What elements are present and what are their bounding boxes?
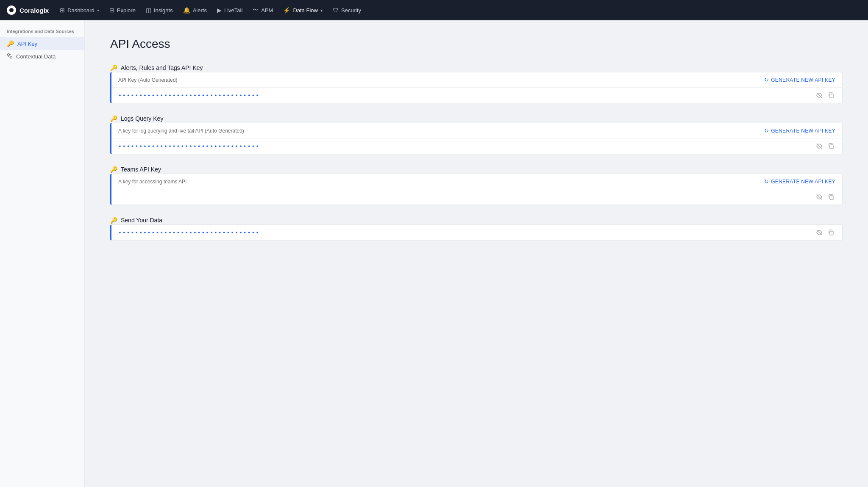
copy-btn-alerts-rules-tags[interactable] <box>827 91 835 100</box>
card-label-logs-query: A key for log querying and live tail API… <box>118 128 244 134</box>
nav-item-dataflow[interactable]: ⚡ Data Flow ▾ <box>279 4 327 16</box>
section-title-logs-query: Logs Query Key <box>121 115 163 122</box>
api-card-alerts-rules-tags: API Key (Auto Generated) ↻ GENERATE NEW … <box>110 72 843 103</box>
section-teams-api: 🔑 Teams API Key A key for accessing team… <box>110 166 843 205</box>
copy-btn-logs-query[interactable] <box>827 142 835 150</box>
copy-icon-logs <box>828 143 835 149</box>
copy-btn-send-your-data[interactable] <box>827 228 835 237</box>
card-label-teams-api: A key for accessing teams API <box>118 179 186 185</box>
eye-btn-alerts-rules-tags[interactable] <box>815 91 823 100</box>
copy-icon-send <box>828 229 835 236</box>
eye-off-icon <box>816 92 823 99</box>
logo-circle <box>7 6 16 15</box>
contextual-data-icon <box>7 53 13 60</box>
eye-off-icon-logs <box>816 143 823 149</box>
logo[interactable]: Coralogix <box>7 6 49 15</box>
svg-rect-7 <box>830 196 833 199</box>
nav-label-dashboard: Dashboard <box>67 7 95 14</box>
svg-point-1 <box>10 56 12 58</box>
svg-rect-8 <box>830 231 833 235</box>
section-header-logs-query: 🔑 Logs Query Key <box>110 115 843 122</box>
card-label-alerts-rules-tags: API Key (Auto Generated) <box>118 77 177 83</box>
api-card-logs-query: A key for log querying and live tail API… <box>110 123 843 154</box>
section-header-teams-api: 🔑 Teams API Key <box>110 166 843 173</box>
nav-label-livetail: LiveTail <box>224 7 242 14</box>
generate-btn-alerts-rules-tags[interactable]: ↻ GENERATE NEW API KEY <box>764 77 835 83</box>
card-value-row-send-your-data: •••••••••••••••••••••••••••••••••• <box>111 225 842 240</box>
card-actions-send-your-data <box>815 228 835 237</box>
nav-item-dashboard[interactable]: ⊞ Dashboard ▾ <box>56 4 103 16</box>
nav-label-explore: Explore <box>117 7 136 14</box>
generate-label-logs: GENERATE NEW API KEY <box>771 128 835 134</box>
eye-btn-teams-api[interactable] <box>815 193 823 201</box>
section-icon-logs-query: 🔑 <box>110 115 117 122</box>
section-title-teams-api: Teams API Key <box>121 166 161 173</box>
nav-item-security[interactable]: 🛡 Security <box>328 4 365 16</box>
generate-btn-teams-api[interactable]: ↻ GENERATE NEW API KEY <box>764 178 835 185</box>
section-alerts-rules-tags: 🔑 Alerts, Rules and Tags API Key API Key… <box>110 64 843 103</box>
section-header-send-your-data: 🔑 Send Your Data <box>110 217 843 224</box>
section-logs-query: 🔑 Logs Query Key A key for log querying … <box>110 115 843 154</box>
card-actions-alerts-rules-tags <box>815 91 835 100</box>
nav-label-security: Security <box>341 7 361 14</box>
refresh-icon-logs: ↻ <box>764 127 769 134</box>
section-title-send-your-data: Send Your Data <box>121 217 162 224</box>
api-card-teams-api: A key for accessing teams API ↻ GENERATE… <box>110 174 843 205</box>
card-value-row-teams-api <box>111 189 842 205</box>
generate-label-teams: GENERATE NEW API KEY <box>771 179 835 185</box>
section-title-alerts-rules-tags: Alerts, Rules and Tags API Key <box>121 64 203 71</box>
apm-icon: 〜 <box>253 6 259 14</box>
section-icon-alerts-rules-tags: 🔑 <box>110 64 117 71</box>
card-actions-teams-api <box>815 193 835 201</box>
copy-icon-alerts <box>828 92 835 99</box>
nav-item-alerts[interactable]: 🔔 Alerts <box>179 4 211 16</box>
api-value-teams-api <box>118 193 810 201</box>
eye-btn-send-your-data[interactable] <box>815 228 823 237</box>
page-layout: Integrations and Data Sources 🔑 API Key … <box>0 20 868 487</box>
section-send-your-data: 🔑 Send Your Data •••••••••••••••••••••••… <box>110 217 843 241</box>
refresh-icon-alerts: ↻ <box>764 77 769 83</box>
eye-off-icon-teams <box>816 194 823 200</box>
logo-text: Coralogix <box>19 7 49 14</box>
refresh-icon-teams: ↻ <box>764 178 769 185</box>
top-navigation: Coralogix ⊞ Dashboard ▾ ⊟ Explore ◫ Insi… <box>0 0 868 20</box>
dataflow-chevron-icon: ▾ <box>320 8 323 13</box>
alerts-icon: 🔔 <box>183 7 190 14</box>
api-value-alerts-rules-tags: •••••••••••••••••••••••••••••••••• <box>118 92 810 99</box>
sidebar: Integrations and Data Sources 🔑 API Key … <box>0 20 85 487</box>
sidebar-item-contextual-data[interactable]: Contextual Data <box>0 50 84 63</box>
card-value-row-alerts-rules-tags: •••••••••••••••••••••••••••••••••• <box>111 88 842 103</box>
nav-item-apm[interactable]: 〜 APM <box>248 4 277 17</box>
card-value-row-logs-query: •••••••••••••••••••••••••••••••••• <box>111 138 842 154</box>
nav-item-explore[interactable]: ⊟ Explore <box>105 4 140 16</box>
dataflow-icon: ⚡ <box>283 7 290 14</box>
api-card-send-your-data: •••••••••••••••••••••••••••••••••• <box>110 224 843 241</box>
nav-item-insights[interactable]: ◫ Insights <box>142 4 177 16</box>
page-title: API Access <box>110 37 843 51</box>
nav-label-insights: Insights <box>154 7 173 14</box>
eye-btn-logs-query[interactable] <box>815 142 823 150</box>
nav-label-dataflow: Data Flow <box>293 7 318 14</box>
copy-btn-teams-api[interactable] <box>827 193 835 201</box>
svg-point-0 <box>8 54 10 56</box>
api-value-logs-query: •••••••••••••••••••••••••••••••••• <box>118 143 810 149</box>
sidebar-item-label-api-key: API Key <box>17 41 37 47</box>
sidebar-item-api-key[interactable]: 🔑 API Key <box>0 37 84 50</box>
eye-off-icon-send <box>816 229 823 236</box>
nav-label-apm: APM <box>261 7 273 14</box>
main-content: API Access 🔑 Alerts, Rules and Tags API … <box>85 20 868 487</box>
insights-icon: ◫ <box>146 7 151 14</box>
dashboard-icon: ⊞ <box>60 7 65 14</box>
card-top-alerts-rules-tags: API Key (Auto Generated) ↻ GENERATE NEW … <box>111 72 842 88</box>
security-icon: 🛡 <box>333 7 339 14</box>
section-icon-send-your-data: 🔑 <box>110 217 117 224</box>
livetail-icon: ▶ <box>217 7 222 14</box>
generate-label-alerts: GENERATE NEW API KEY <box>771 77 835 83</box>
card-actions-logs-query <box>815 142 835 150</box>
svg-rect-5 <box>830 94 833 98</box>
copy-icon-teams <box>828 194 835 200</box>
nav-item-livetail[interactable]: ▶ LiveTail <box>213 4 247 16</box>
section-icon-teams-api: 🔑 <box>110 166 117 173</box>
api-value-send-your-data: •••••••••••••••••••••••••••••••••• <box>118 230 810 236</box>
generate-btn-logs-query[interactable]: ↻ GENERATE NEW API KEY <box>764 127 835 134</box>
